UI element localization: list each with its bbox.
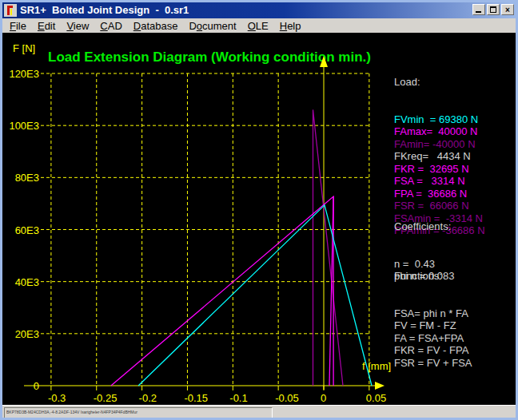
series-bolt-load-line	[111, 196, 333, 386]
app-window: SR1+ Bolted Joint Design - 0.sr1 × FileE…	[0, 0, 518, 420]
chart-client-area: Load Extension Diagram (Working conditio…	[2, 33, 516, 405]
menu-item-document[interactable]: Document	[183, 19, 241, 33]
series-fsr-spike	[313, 109, 344, 386]
close-icon: ×	[505, 6, 510, 14]
y-axis-label: F [N]	[13, 42, 35, 54]
close-button[interactable]: ×	[501, 4, 514, 15]
window-title: SR1+ Bolted Joint Design - 0.sr1	[20, 2, 189, 18]
status-text: BKP78D3B-M24CDH3A,-4-8.2ADF-134V Isartgh…	[4, 407, 273, 418]
minimize-button[interactable]	[472, 4, 485, 15]
menu-item-database[interactable]: Database	[128, 19, 184, 33]
maximize-icon	[490, 6, 496, 13]
x-axis-label: f [mm]	[362, 360, 391, 372]
menu-item-ole[interactable]: OLE	[242, 19, 274, 33]
menu-item-view[interactable]: View	[61, 19, 94, 33]
menu-bar: FileEditViewCADDatabaseDocumentOLEHelp	[2, 18, 516, 33]
title-bar: SR1+ Bolted Joint Design - 0.sr1 ×	[2, 2, 516, 18]
panel-line: FV = FM - FZ	[394, 319, 472, 332]
load-title: Load:	[394, 76, 485, 89]
status-bar: BKP78D3B-M24CDH3A,-4-8.2ADF-134V Isartgh…	[2, 405, 516, 418]
panel-line: FVmin = 69380 N	[394, 113, 485, 126]
panel-line: FAmin= -40000 N	[394, 138, 485, 151]
menu-item-help[interactable]: Help	[274, 19, 307, 33]
functions-title: Functions:	[394, 270, 472, 283]
panel-line: FSA = 3314 N	[394, 175, 485, 188]
menu-item-edit[interactable]: Edit	[32, 19, 61, 33]
functions-block: Functions: FSA= phi n * FAFV = FM - FZFA…	[394, 245, 472, 394]
menu-item-file[interactable]: File	[4, 19, 32, 33]
panel-line: FSA= phi n * FA	[394, 307, 472, 320]
minimize-icon	[476, 11, 481, 13]
f-axis-arrow	[320, 56, 328, 67]
menu-item-cad[interactable]: CAD	[94, 19, 127, 33]
panel-line: FKR = FV - FPA	[394, 344, 472, 357]
app-icon	[4, 4, 17, 17]
series-clamped-parts-line	[138, 205, 372, 386]
results-panel: Load: FVmin = 69380 NFAmax= 40000 NFAmin…	[394, 33, 514, 405]
panel-line: FSR = FV + FSA	[394, 357, 472, 370]
panel-line: FA = FSA+FPA	[394, 332, 472, 345]
panel-line: FKR = 32695 N	[394, 163, 485, 176]
coefficients-title: Coefficients:	[394, 220, 455, 233]
x-axis-arrow	[375, 382, 385, 390]
panel-line: FAmax= 40000 N	[394, 125, 485, 138]
panel-line: FKreq= 4434 N	[394, 150, 485, 163]
function-values: FSA= phi n * FAFV = FM - FZFA = FSA+FPAF…	[394, 307, 472, 370]
maximize-button[interactable]	[487, 4, 500, 15]
